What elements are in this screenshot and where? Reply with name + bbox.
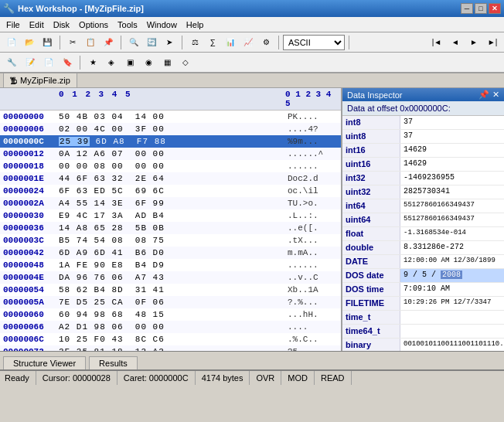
row-chars: %9m... [288, 136, 338, 147]
di-value-int8: 37 [400, 116, 504, 129]
row-chars: ...hH. [288, 309, 338, 320]
status-read: READ [315, 371, 352, 385]
di-row-int64: int64 55127860166349437 [342, 199, 504, 213]
new-button[interactable]: 📄 [3, 35, 20, 50]
di-close-icon[interactable]: ✕ [492, 90, 499, 100]
hex-tool-10[interactable]: ◇ [177, 55, 194, 70]
data-inspector-header: Data Inspector 📌 ✕ [342, 88, 504, 101]
paste-button[interactable]: 📌 [100, 35, 117, 50]
nav-first-button[interactable]: |◄ [428, 35, 445, 50]
hex-tool-8[interactable]: ◉ [140, 55, 157, 70]
di-label-int32: int32 [342, 172, 400, 185]
di-label-dosdate: DOS date [342, 269, 400, 282]
di-value-double: 8.331286e-272 [400, 241, 504, 254]
data-inspector-subheader: Data at offset 0x0000000C: [342, 101, 504, 116]
di-label-time64t: time64_t [342, 325, 400, 338]
di-label-binary: binary [342, 339, 400, 351]
di-value-dostime: 7:09:10 AM [400, 283, 504, 296]
addr-header [3, 90, 59, 108]
hex-tool-2[interactable]: 📝 [22, 55, 39, 70]
table-row: 00000018 00 00 08 00 00 00 ...... [0, 160, 341, 172]
tab-results[interactable]: Results [89, 356, 138, 369]
settings-button[interactable]: ⚙ [257, 35, 274, 50]
di-value-uint8: 37 [400, 130, 504, 143]
nav-prev-button[interactable]: ◄ [447, 35, 464, 50]
hex-tool-9[interactable]: ▦ [158, 55, 175, 70]
row-addr: 00000006 [3, 124, 59, 134]
menu-tools[interactable]: Tools [113, 19, 142, 31]
row-addr: 00000042 [3, 247, 59, 258]
checksum-button[interactable]: ∑ [204, 35, 221, 50]
hex-tool-6[interactable]: ◈ [103, 55, 120, 70]
separator-4 [278, 36, 279, 49]
minimize-button[interactable]: ─ [461, 3, 473, 14]
table-row: 0000004E DA 96 76 06 A7 43 ..v..C [0, 271, 341, 284]
menu-help[interactable]: Help [182, 19, 209, 31]
main-area: 0 1 2 3 4 5 0 1 2 3 4 5 00000000 50 4B 0… [0, 88, 504, 351]
close-button[interactable]: ✕ [489, 3, 501, 14]
row-addr: 00000018 [3, 161, 59, 172]
file-tab[interactable]: 🗜 MyZipFile.zip [3, 73, 77, 87]
menu-options[interactable]: Options [74, 19, 113, 31]
table-row: 00000054 58 62 B4 8D 31 41 Xb..1A [0, 284, 341, 296]
t2-sep1 [80, 56, 80, 70]
save-button[interactable]: 💾 [39, 35, 56, 50]
di-label-uint8: uint8 [342, 130, 400, 143]
di-label-float: float [342, 227, 400, 240]
row-addr: 00000048 [3, 260, 59, 271]
cut-button[interactable]: ✂ [64, 35, 81, 50]
row-chars: PK.... [288, 111, 338, 122]
nav-next-button[interactable]: ► [465, 35, 482, 50]
di-label-int8: int8 [342, 116, 400, 129]
row-addr: 0000006C [3, 334, 59, 345]
menu-disk[interactable]: Disk [49, 19, 74, 31]
replace-button[interactable]: 🔄 [143, 35, 160, 50]
file-tab-label: MyZipFile.zip [20, 76, 70, 85]
hex-tool-3[interactable]: 📄 [40, 55, 57, 70]
encoding-select[interactable]: ASCII EBCDIC Unicode [283, 35, 345, 50]
toolbar-compare-group: ⚖ ∑ 📊 📈 ⚙ [186, 35, 274, 50]
di-value-timet [400, 311, 504, 324]
title-bar-controls: ─ □ ✕ [461, 3, 501, 14]
compare-button[interactable]: ⚖ [186, 35, 203, 50]
find-button[interactable]: 🔍 [125, 35, 142, 50]
hex-content[interactable]: 00000000 50 4B 03 04 14 00 PK.... 000000… [0, 111, 341, 351]
row-bytes: 1A FE 90 E8 B4 D9 [59, 260, 288, 271]
hex-tool-4[interactable]: 🔖 [59, 55, 76, 70]
status-mod: MOD [281, 371, 315, 385]
di-row-int8: int8 37 [342, 116, 504, 130]
menu-edit[interactable]: Edit [25, 19, 49, 31]
di-row-float: float -1.3168534e-014 [342, 227, 504, 241]
table-row: 00000066 A2 D1 98 06 00 00 .... [0, 321, 341, 333]
toolbar-1: 📄 📂 💾 ✂ 📋 📌 🔍 🔄 ➤ ⚖ ∑ 📊 📈 ⚙ ASCII EBCDIC… [0, 32, 504, 53]
goto-button[interactable]: ➤ [161, 35, 178, 50]
chart-button[interactable]: 📈 [240, 35, 257, 50]
row-chars: ..v..C [288, 272, 338, 283]
table-row: 00000030 E9 4C 17 3A AD B4 .L..:. [0, 209, 341, 222]
row-chars: ......^ [288, 148, 338, 159]
bottom-tab-bar: Structure Viewer Results [0, 351, 504, 369]
open-button[interactable]: 📂 [21, 35, 38, 50]
di-pin-icon[interactable]: 📌 [478, 90, 489, 100]
hex-tool-5[interactable]: ★ [84, 55, 101, 70]
copy-button[interactable]: 📋 [82, 35, 99, 50]
maximize-button[interactable]: □ [475, 3, 487, 14]
nav-last-button[interactable]: ►| [484, 35, 501, 50]
di-row-time64t: time64_t [342, 325, 504, 339]
menu-file[interactable]: File [2, 19, 25, 31]
hex-tool-1[interactable]: 🔧 [3, 55, 20, 70]
row-chars: m.mA.. [288, 247, 338, 258]
hex-tool-7[interactable]: ▣ [121, 55, 138, 70]
table-row: 00000060 60 94 98 68 48 15 ...hH. [0, 308, 341, 321]
menu-window[interactable]: Window [142, 19, 182, 31]
di-label-int16: int16 [342, 144, 400, 157]
toolbar-2: 🔧 📝 📄 🔖 ★ ◈ ▣ ◉ ▦ ◇ [0, 53, 504, 73]
di-label-dostime: DOS time [342, 283, 400, 296]
di-value-uint64: 55127860166349437 [400, 213, 504, 226]
row-chars: .L..:. [288, 210, 338, 221]
stats-button[interactable]: 📊 [222, 35, 239, 50]
table-row: 00000048 1A FE 90 E8 B4 D9 ...... [0, 259, 341, 271]
toolbar-file-group: 📄 📂 💾 [3, 35, 56, 50]
di-label-filetime: FILETIME [342, 297, 400, 310]
tab-structure-viewer[interactable]: Structure Viewer [3, 356, 86, 369]
